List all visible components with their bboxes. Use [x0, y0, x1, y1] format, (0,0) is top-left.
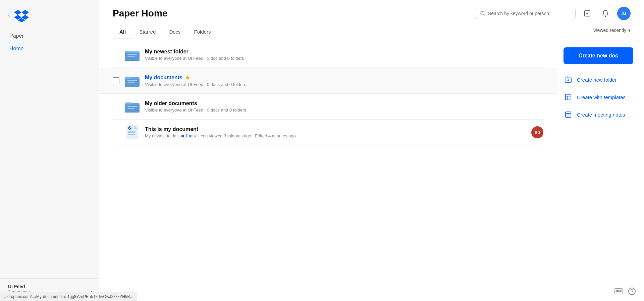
svg-rect-45 — [617, 293, 620, 293]
task-dot — [181, 135, 184, 137]
svg-rect-27 — [566, 94, 571, 100]
folder-plus-icon — [564, 75, 573, 84]
create-with-templates-link[interactable]: Create with templates — [564, 88, 633, 106]
item-name: My older documents — [145, 100, 543, 106]
item-checkbox[interactable] — [113, 77, 119, 84]
items-list: My newest folder Visible to everyone at … — [99, 39, 557, 301]
item-info: My newest folder Visible to everyone at … — [145, 49, 543, 61]
dropbox-icon — [14, 8, 29, 23]
url-bar: ...dropbox.com/.../My-documents-e.1gg8Yz… — [0, 292, 137, 301]
task-link[interactable]: 1 task — [185, 133, 197, 138]
search-icon — [480, 11, 485, 16]
help-icon[interactable] — [628, 287, 636, 297]
svg-point-43 — [619, 291, 619, 292]
tab-folders[interactable]: Folders — [187, 26, 218, 39]
svg-point-46 — [629, 288, 635, 295]
sidebar-item-paper[interactable]: Paper — [4, 30, 95, 42]
list-item[interactable]: My newest folder Visible to everyone at … — [113, 42, 543, 68]
item-info: My documents ★ Visible to everyone at UI… — [145, 75, 543, 87]
svg-rect-30 — [566, 112, 571, 118]
header-right: JJ — [475, 7, 631, 20]
svg-rect-21 — [128, 132, 135, 133]
svg-point-38 — [619, 290, 619, 291]
dropbox-logo[interactable]: ‹ — [8, 8, 29, 23]
folder-icon-svg — [125, 48, 140, 61]
folder-icon — [125, 47, 140, 62]
team-name: UI Feed — [8, 284, 91, 289]
search-input[interactable] — [488, 11, 571, 16]
tab-docs[interactable]: Docs — [162, 26, 187, 39]
bell-icon — [602, 10, 609, 17]
svg-point-36 — [616, 290, 616, 291]
create-meeting-notes-label: Create meeting notes — [577, 112, 625, 118]
tab-starred[interactable]: Starred — [132, 26, 162, 39]
create-with-templates-label: Create with templates — [577, 94, 626, 100]
sidebar-top: ‹ — [0, 0, 99, 30]
svg-rect-13 — [127, 82, 135, 83]
tasks-icon — [584, 10, 591, 17]
item-name: This is my document — [145, 126, 526, 132]
item-meta: Visible to everyone at UI Feed · 0 docs … — [145, 108, 543, 113]
tab-all[interactable]: All — [113, 26, 132, 39]
back-arrow-icon[interactable]: ‹ — [8, 12, 10, 19]
item-meta: Visible to everyone at UI Feed · 0 docs … — [145, 82, 543, 87]
create-new-doc-button[interactable]: Create new doc — [564, 47, 633, 64]
svg-point-37 — [617, 290, 618, 291]
meeting-notes-icon — [564, 110, 573, 119]
svg-rect-20 — [128, 131, 136, 132]
main-header: Paper Home JJ — [99, 0, 644, 20]
create-meeting-notes-link[interactable]: Create meeting notes — [564, 106, 633, 123]
sort-arrow-icon: ▾ — [628, 28, 631, 33]
create-new-folder-label: Create new folder — [577, 77, 616, 83]
list-item[interactable]: This is my document My newest folder · 1… — [113, 120, 543, 145]
doc-icon — [125, 125, 140, 140]
svg-rect-8 — [127, 56, 135, 57]
svg-rect-12 — [127, 80, 137, 81]
item-meta: Visible to everyone at UI Feed · 1 doc a… — [145, 56, 543, 61]
svg-point-0 — [481, 11, 484, 15]
tabs: All Starred Docs Folders — [113, 26, 218, 39]
svg-rect-22 — [128, 134, 136, 135]
folder-icon — [125, 99, 140, 114]
svg-rect-23 — [128, 136, 133, 136]
search-box[interactable] — [475, 8, 576, 19]
svg-point-42 — [617, 291, 618, 292]
sidebar-nav: Paper Home — [0, 30, 99, 55]
list-item[interactable]: My documents ★ Visible to everyone at UI… — [99, 68, 557, 94]
item-name-linked[interactable]: My documents ★ — [145, 75, 543, 81]
bottom-bar — [606, 283, 644, 301]
sort-dropdown[interactable]: Viewed recently ▾ — [593, 28, 631, 37]
folder-icon-svg — [125, 100, 140, 113]
user-avatar-button[interactable]: JJ — [617, 7, 631, 20]
item-meta: My newest folder · 1 task · You viewed 3… — [145, 133, 526, 138]
create-new-folder-link[interactable]: Create new folder — [564, 71, 633, 88]
list-item[interactable]: My older documents Visible to everyone a… — [113, 94, 543, 120]
svg-point-44 — [620, 291, 621, 292]
content-area: My newest folder Visible to everyone at … — [99, 39, 644, 301]
keyboard-icon[interactable] — [614, 288, 623, 296]
main-content: Paper Home JJ — [99, 0, 644, 301]
svg-rect-7 — [127, 54, 137, 55]
svg-point-41 — [616, 291, 616, 292]
folder-icon-svg — [125, 74, 140, 87]
item-info: This is my document My newest folder · 1… — [145, 126, 526, 138]
svg-rect-17 — [127, 106, 137, 107]
right-panel: Create new doc Create new folder — [557, 39, 644, 301]
svg-point-40 — [621, 290, 622, 291]
item-name: My newest folder — [145, 49, 543, 55]
doc-icon-svg — [126, 125, 138, 139]
item-avatar: SJ — [531, 126, 543, 138]
svg-rect-16 — [125, 102, 131, 104]
folder-icon — [125, 73, 140, 88]
svg-rect-18 — [127, 108, 135, 109]
svg-rect-6 — [125, 51, 131, 53]
svg-line-1 — [484, 14, 485, 15]
star-icon[interactable]: ★ — [185, 75, 190, 81]
notifications-icon-button[interactable] — [599, 7, 612, 20]
svg-rect-11 — [125, 77, 131, 79]
item-info: My older documents Visible to everyone a… — [145, 100, 543, 113]
tabs-row: All Starred Docs Folders Viewed recently… — [99, 20, 644, 39]
sidebar-item-home[interactable]: Home — [4, 42, 95, 55]
sidebar: ‹ Paper Home UI Feed 2 members ▲ — [0, 0, 99, 301]
tasks-icon-button[interactable] — [581, 7, 594, 20]
